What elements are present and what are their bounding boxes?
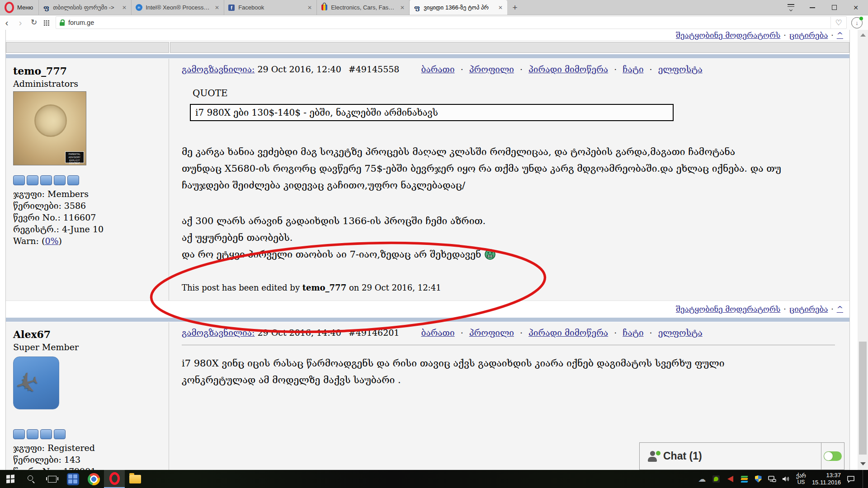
tab-menu-button[interactable] (786, 3, 796, 13)
email-link[interactable]: ელფოსტა (658, 328, 703, 338)
taskbar-app-tiles[interactable] (62, 470, 83, 488)
minimize-button[interactable] (807, 3, 817, 13)
taskbar-file-explorer[interactable] (125, 470, 146, 488)
language-top: ქარ (796, 473, 806, 479)
separator: · (461, 328, 463, 338)
edit-note-suffix: on 29 Oct 2016, 12:41 (346, 283, 441, 292)
chat-header[interactable]: Chat (1) (640, 443, 821, 469)
search-button[interactable] (21, 470, 42, 488)
posted-link[interactable]: გამოგზავნილია: (182, 328, 255, 338)
forum-ge-favicon: ფ (42, 4, 50, 11)
stat-member-no: წევრი No.: 179991 (13, 465, 169, 470)
chat-link[interactable]: ჩატი (623, 64, 643, 74)
task-view-button[interactable] (42, 470, 62, 488)
volume-app-icon[interactable] (726, 475, 734, 483)
downloads-button[interactable]: ↓ (851, 17, 863, 28)
nvidia-icon[interactable] (712, 475, 720, 483)
tab-facebook[interactable]: f Facebook ✕ (224, 0, 317, 15)
post-body-column: გამოგზავნილია: 29 Oct 2016, 12:40 #49145… (169, 59, 849, 300)
taskbar-opera-active[interactable] (104, 470, 125, 488)
back-to-top-link[interactable]: ^ (837, 31, 843, 40)
restore-button[interactable] (829, 3, 839, 13)
taskbar-chrome[interactable] (83, 470, 104, 488)
card-link[interactable]: ბარათი (421, 64, 455, 74)
post-date: 29 Oct 2016, 14:40 (257, 328, 341, 338)
defender-shield-icon[interactable] (754, 475, 762, 483)
private-message-link[interactable]: პირადი მიმოწერა (528, 328, 608, 338)
stat-posts: წერილები: 3586 (13, 200, 169, 211)
post-text-paragraph: მე კარგა ხანია ვეძებდი მაგ სოკეტზე პროცე… (182, 144, 839, 194)
bookmark-heart-button[interactable]: ♡ (830, 17, 846, 28)
airplane-graphic: ✈ (13, 364, 43, 403)
language-indicator[interactable]: ქარ US (796, 473, 806, 485)
taskbar-clock[interactable]: 13:37 15.11.2016 (812, 472, 841, 486)
tab-shopping[interactable]: Electronics, Cars, Fashion, ✕ (317, 0, 410, 15)
tab-close-icon[interactable]: ✕ (121, 5, 127, 11)
opera-menu-button[interactable]: Меню (0, 0, 39, 15)
chat-user-icon (648, 451, 658, 462)
quote-link[interactable]: ციტირება (789, 305, 828, 314)
post-meta-row: გამოგზავნილია: 29 Oct 2016, 12:40 #49145… (182, 64, 839, 74)
tab-active-thread[interactable]: ფ ვიყიდი 1366-ზე ტოპ პრ ✕ (410, 0, 507, 15)
user-group: Administrators (13, 79, 169, 89)
post-text-paragraph: i7 980X ვინც იცის რასაც წარმოადგენს და რ… (182, 355, 839, 389)
minimize-icon (810, 7, 815, 8)
warn-suffix: ) (59, 236, 62, 246)
warn-percent-link[interactable]: 0% (45, 236, 58, 246)
scrollbar-thumb[interactable] (859, 342, 867, 455)
chrome-icon (88, 473, 100, 485)
show-desktop-button[interactable] (863, 470, 865, 488)
tab-intel[interactable]: in Intel® Xeon® Processor X ✕ (132, 0, 224, 15)
post-separator-bar (6, 317, 849, 322)
chat-label: Chat (1) (663, 450, 702, 462)
chat-toggle-switch[interactable] (824, 451, 842, 461)
url-field[interactable]: forum.ge ♡ (56, 16, 847, 29)
quote-link[interactable]: ციტირება (789, 31, 828, 40)
scroll-down-arrow-icon[interactable] (860, 462, 866, 465)
private-message-link[interactable]: პირადი მიმოწერა (528, 64, 608, 74)
back-to-top-link[interactable]: ^ (837, 305, 843, 314)
report-moderator-link[interactable]: შეატყობინე მოდერატორს (676, 305, 780, 314)
scroll-up-arrow-icon[interactable] (860, 33, 866, 37)
speed-dial-icon[interactable] (43, 20, 49, 26)
tab-close-icon[interactable]: ✕ (399, 5, 406, 11)
chat-link[interactable]: ჩატი (623, 328, 643, 338)
tab-close-icon[interactable]: ✕ (307, 5, 313, 11)
card-link[interactable]: ბარათი (421, 328, 455, 338)
reload-button[interactable]: ↻ (27, 16, 41, 29)
username[interactable]: Alex67 (13, 328, 169, 340)
post-meta-row: გამოგზავნილია: 29 Oct 2016, 14:40 #49146… (182, 328, 839, 338)
post-number: #49146201 (349, 328, 400, 338)
new-tab-button[interactable]: + (507, 0, 523, 15)
tab-close-icon[interactable]: ✕ (214, 5, 220, 11)
email-link[interactable]: ელფოსტა (658, 64, 703, 74)
report-moderator-link[interactable]: შეატყობინე მოდერატორს (676, 31, 780, 40)
tab-close-icon[interactable]: ✕ (497, 5, 504, 11)
tab-forum-home[interactable]: ფ თბილისის ფორუმი -> ✕ (39, 0, 132, 15)
close-button[interactable]: ✕ (851, 3, 861, 13)
separator: · (783, 305, 786, 314)
avatar: PARENTAL ADVISORY EXPLICIT CONTENT (13, 91, 86, 165)
forward-button[interactable]: › (14, 16, 27, 29)
rating-square-icon (13, 175, 25, 185)
onedrive-cloud-icon[interactable]: ☁ (698, 475, 706, 483)
post-temo-777: temo_777 Administrators PARENTAL ADVISOR… (6, 59, 849, 300)
signature-cell (6, 42, 169, 53)
back-button[interactable]: ‹ (0, 16, 14, 29)
stat-group: ჯგუფი: Registered (13, 442, 169, 454)
bluestacks-icon[interactable] (740, 475, 748, 483)
profile-link[interactable]: პროფილი (469, 64, 514, 74)
post-text-line: კონკრეტულად ამ მოდელზე მაქვს საუბარი . (182, 372, 839, 389)
network-icon[interactable] (768, 475, 776, 483)
profile-link[interactable]: პროფილი (469, 328, 514, 338)
posted-link[interactable]: გამოგზავნილია: (182, 64, 255, 74)
vertical-scrollbar[interactable] (858, 30, 868, 470)
speaker-icon[interactable] (782, 475, 790, 483)
post-text-paragraph-circled: აქ 300 ლარს არავინ გადაიხდის 1366-ის პრო… (182, 213, 839, 263)
page-content: შეატყობინე მოდერატორს · ციტირება · ^ tem… (0, 30, 868, 470)
url-text: forum.ge (68, 19, 94, 26)
username[interactable]: temo_777 (13, 65, 169, 77)
action-center-icon[interactable] (847, 475, 855, 483)
post-text-line: და რო ეტყვი პირველი თაობის აი 7-იაო,ზედა… (182, 246, 839, 263)
start-button[interactable] (0, 470, 21, 488)
